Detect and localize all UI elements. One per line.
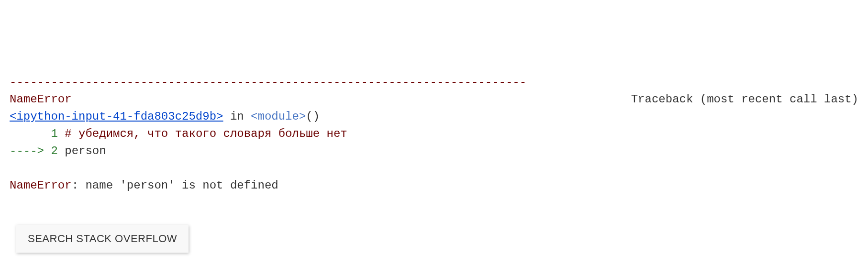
in-text: in (223, 110, 251, 123)
space (58, 127, 65, 140)
traceback-label: Traceback (most recent call last) (631, 91, 858, 108)
source-link[interactable]: <ipython-input-41-fda803c25d9b> (10, 110, 223, 123)
line-number-1: 1 (51, 127, 57, 140)
comment-text: # убедимся, что такого словаря больше не… (65, 127, 347, 140)
search-stackoverflow-button[interactable]: SEARCH STACK OVERFLOW (16, 225, 189, 253)
code-line-1-prefix (10, 127, 51, 140)
code-text: person (65, 145, 106, 157)
separator-line: ----------------------------------------… (10, 76, 526, 89)
space (58, 145, 65, 157)
line-number-2: 2 (51, 145, 57, 157)
module-text: <module> (251, 110, 306, 123)
error-message: : name 'person' is not defined (72, 179, 278, 192)
error-final-name: NameError (10, 179, 72, 192)
parentheses: () (306, 110, 320, 123)
arrow-pointer: ----> (10, 145, 51, 157)
error-header-row: NameErrorTraceback (most recent call las… (10, 91, 858, 108)
error-type: NameError (10, 91, 72, 108)
traceback-output: ----------------------------------------… (10, 74, 858, 194)
